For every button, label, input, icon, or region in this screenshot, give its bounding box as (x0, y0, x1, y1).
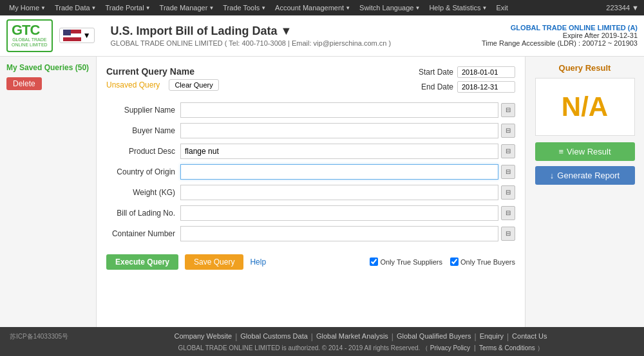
account-name: GLOBAL TRADE ONLINE LIMITED (A) (482, 24, 638, 32)
view-result-icon: ≡ (559, 147, 564, 156)
execute-query-button[interactable]: Execute Query (106, 254, 178, 270)
nav-my-home[interactable]: My Home ▼ (5, 3, 50, 13)
icp-number: 苏ICP备14033305号 (10, 332, 87, 341)
container-number-select-icon[interactable]: ⊟ (501, 227, 515, 241)
end-date-label: End Date (421, 82, 453, 91)
only-true-buyers-label[interactable]: Only True Buyers (450, 258, 515, 266)
checkbox-section: Only True Suppliers Only True Buyers (370, 258, 515, 266)
result-value: N/A (562, 91, 608, 122)
unsaved-query-label: Unsaved Query (106, 80, 160, 89)
nav-trade-manager[interactable]: Trade Manager ▼ (156, 3, 218, 13)
product-desc-row: Product Desc ⊟ (106, 144, 515, 159)
sidebar: My Saved Queries (50) Delete (0, 57, 97, 327)
logo-subtitle: GLOBAL TRADEONLINE LIMITED (12, 37, 48, 48)
nav-switch-language[interactable]: Switch Language ▼ (355, 3, 424, 13)
weight-select-icon[interactable]: ⊟ (501, 185, 515, 200)
privacy-policy-link[interactable]: Privacy Policy (430, 344, 470, 351)
nav-account-management[interactable]: Account Management ▼ (271, 3, 354, 13)
only-true-suppliers-checkbox[interactable] (370, 258, 378, 266)
ldr-range: Time Range Accessible (LDR) : 200712 ~ 2… (482, 39, 638, 47)
saved-queries-title: My Saved Queries (50) (6, 63, 90, 72)
container-number-wrap: ⊟ (180, 226, 515, 241)
nav-trade-data[interactable]: Trade Data ▼ (51, 3, 100, 13)
query-result-title: Query Result (559, 63, 611, 73)
bill-of-lading-wrap: ⊟ (180, 205, 515, 221)
logo-box: GTC GLOBAL TRADEONLINE LIMITED (6, 19, 53, 52)
country-origin-wrap: ⊟ (180, 164, 515, 180)
query-form: Supplier Name ⊟ Buyer Name ⊟ Product Des… (106, 102, 515, 241)
delete-button[interactable]: Delete (6, 77, 42, 90)
right-panel: Query Result N/A ≡ View Result ↓ Generat… (525, 57, 644, 327)
supplier-name-select-icon[interactable]: ⊟ (501, 103, 515, 117)
country-origin-input[interactable] (180, 164, 498, 180)
start-date-row: Start Date (419, 66, 515, 78)
only-true-buyers-checkbox[interactable] (450, 258, 459, 266)
current-query-name-title: Current Query Name (106, 66, 419, 77)
start-date-label: Start Date (419, 68, 453, 77)
help-link[interactable]: Help (250, 258, 266, 267)
bill-of-lading-input[interactable] (180, 205, 498, 221)
weight-input[interactable] (180, 185, 498, 200)
container-number-row: Container Number ⊟ (106, 226, 515, 241)
supplier-name-input[interactable] (180, 102, 498, 118)
product-desc-wrap: ⊟ (180, 144, 515, 159)
flag-selector[interactable]: ▼ (59, 28, 95, 43)
logo-section: GTC GLOBAL TRADEONLINE LIMITED ▼ U.S. Im… (6, 19, 391, 52)
flag-arrow: ▼ (83, 31, 91, 40)
footer-enquiry[interactable]: Enquiry (480, 332, 504, 341)
header-title-section: U.S. Import Bill of Lading Data ▼ GLOBAL… (101, 24, 392, 47)
product-desc-label: Product Desc (106, 147, 180, 156)
supplier-name-wrap: ⊟ (180, 102, 515, 118)
country-origin-label: Country of Origin (106, 167, 180, 176)
title-arrow-icon[interactable]: ▼ (281, 24, 292, 38)
nav-exit[interactable]: Exit (492, 3, 511, 13)
end-date-row: End Date (419, 81, 515, 93)
bill-of-lading-label: Bill of Lading No. (106, 209, 180, 218)
nav-trade-tools[interactable]: Trade Tools ▼ (219, 3, 270, 13)
footer-company-website[interactable]: Company Website (174, 332, 232, 341)
end-date-input[interactable] (457, 81, 515, 93)
buyer-name-wrap: ⊟ (180, 123, 515, 138)
generate-report-button[interactable]: ↓ Generate Report (535, 166, 635, 185)
product-desc-select-icon[interactable]: ⊟ (501, 144, 515, 158)
terms-link[interactable]: Terms & Conditions (479, 344, 535, 351)
contact-info: GLOBAL TRADE ONLINE LIMITED ( Tel: 400-7… (111, 39, 392, 47)
account-id[interactable]: 223344 ▼ (606, 4, 639, 12)
product-desc-input[interactable] (180, 144, 498, 159)
bill-of-lading-row: Bill of Lading No. ⊟ (106, 205, 515, 221)
buyer-name-select-icon[interactable]: ⊟ (501, 124, 515, 138)
nav-items-left: My Home ▼ Trade Data ▼ Trade Portal ▼ Tr… (5, 3, 512, 13)
country-origin-row: Country of Origin ⊟ (106, 164, 515, 180)
icp-section: 苏ICP备14033305号 (10, 332, 87, 356)
weight-label: Weight (KG) (106, 188, 180, 197)
footer-global-customs[interactable]: Global Customs Data (240, 332, 308, 341)
nav-trade-portal[interactable]: Trade Portal ▼ (102, 3, 155, 13)
buyer-name-row: Buyer Name ⊟ (106, 123, 515, 138)
only-true-suppliers-label[interactable]: Only True Suppliers (370, 258, 442, 266)
query-header: Current Query Name Unsaved Query Clear Q… (106, 66, 515, 96)
start-date-input[interactable] (457, 66, 515, 78)
account-info: GLOBAL TRADE ONLINE LIMITED (A) Expire A… (482, 24, 638, 47)
country-origin-select-icon[interactable]: ⊟ (501, 165, 515, 179)
page-title: U.S. Import Bill of Lading Data ▼ (111, 24, 392, 38)
nav-help-statistics[interactable]: Help & Statistics ▼ (425, 3, 491, 13)
top-navigation: My Home ▼ Trade Data ▼ Trade Portal ▼ Tr… (0, 0, 644, 15)
footer-global-market[interactable]: Global Market Analysis (316, 332, 388, 341)
logo-gtc: GTC (12, 23, 48, 37)
save-query-button[interactable]: Save Query (185, 254, 243, 270)
view-result-button[interactable]: ≡ View Result (535, 142, 635, 161)
form-actions: Execute Query Save Query Help Only True … (106, 251, 515, 270)
buyer-name-label: Buyer Name (106, 126, 180, 135)
footer-global-qualified-buyers[interactable]: Global Qualified Buyers (397, 332, 471, 341)
footer-contact-us[interactable]: Contact Us (512, 332, 547, 341)
expire-date: Expire After 2019-12-31 (482, 32, 638, 39)
footer: 苏ICP备14033305号 Company Website | Global … (0, 327, 644, 356)
clear-query-button[interactable]: Clear Query (169, 79, 218, 91)
footer-inner: 苏ICP备14033305号 Company Website | Global … (0, 327, 644, 356)
main-layout: My Saved Queries (50) Delete Current Que… (0, 57, 644, 327)
bill-of-lading-select-icon[interactable]: ⊟ (501, 206, 515, 220)
container-number-input[interactable] (180, 226, 498, 241)
page-header: GTC GLOBAL TRADEONLINE LIMITED ▼ U.S. Im… (0, 15, 644, 57)
buyer-name-input[interactable] (180, 123, 498, 138)
content-area: Current Query Name Unsaved Query Clear Q… (97, 57, 525, 327)
